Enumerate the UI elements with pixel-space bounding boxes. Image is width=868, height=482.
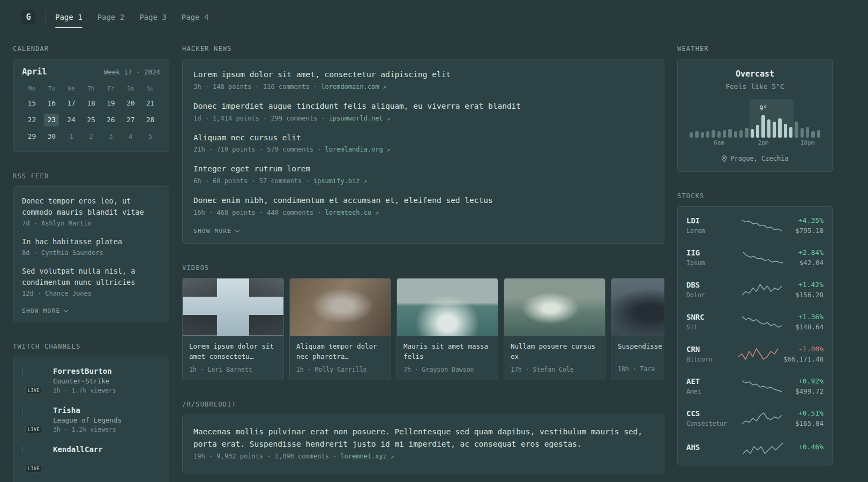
weather-card: Overcast Feels like 5°C 9° 6am 2pm 10pm … (677, 59, 833, 172)
hn-item-domain-link[interactable]: loremdomain.com (321, 83, 379, 91)
hn-item: Integer eget rutrum lorem 6h · 60 points… (193, 163, 653, 185)
tab-page-4[interactable]: Page 4 (182, 10, 209, 25)
stock-row[interactable]: IIG Ipsum +2.84% $42.04 (686, 242, 824, 274)
top-nav: G Page 1 Page 2 Page 3 Page 4 (0, 0, 868, 34)
calendar-day-next-month: 5 (143, 130, 158, 143)
stock-symbol: CCS (686, 409, 736, 418)
video-meta: 17h · Stefan Cole (511, 366, 598, 373)
weekday-header: We (62, 85, 81, 93)
rss-show-more-button[interactable]: SHOW MORE (22, 306, 68, 315)
twitch-channel-row[interactable]: LIVE ForrestBurton Counter-Strike 1h · 1… (22, 367, 160, 394)
channel-name: KendallCarr (53, 445, 103, 454)
calendar-day: 25 (84, 114, 99, 126)
hn-item-title[interactable]: Lorem ipsum dolor sit amet, consectetur … (193, 69, 653, 81)
video-title[interactable]: Mauris sit amet massa felis (403, 341, 491, 362)
video-card-body: Mauris sit amet massa felis 7h · Grayson… (397, 336, 498, 380)
calendar-month: April (22, 67, 47, 77)
video-card-body: Lorem ipsum dolor sit amet consectetu… 1… (183, 336, 283, 380)
stock-change: -1.00% (783, 345, 824, 353)
stock-row[interactable]: SNRC Sit +1.36% $148.64 (686, 306, 824, 338)
video-meta: 18h · Tara (618, 365, 664, 373)
video-card[interactable]: Lorem ipsum dolor sit amet consectetu… 1… (182, 278, 284, 380)
hn-item-stats: 21h · 710 points · 579 comments · (193, 146, 321, 153)
subreddit-post-domain-link[interactable]: loremnet.xyz (340, 453, 387, 460)
hn-show-more-button[interactable]: SHOW MORE (193, 227, 239, 236)
live-badge: LIVE (25, 426, 42, 433)
weekday-header: Th (81, 85, 101, 93)
video-card[interactable]: Suspendisse diam 18h · Tara (611, 278, 664, 380)
channel-viewers: 1h · 1.7k viewers (53, 387, 116, 394)
weather-bar (690, 132, 693, 138)
weekday-header: Tu (42, 85, 62, 93)
stock-price: $148.64 (795, 323, 824, 331)
weather-bar (734, 131, 737, 138)
stock-sparkline (743, 441, 783, 455)
weather-bar (811, 131, 814, 138)
calendar-header: April Week 17 · 2024 (22, 67, 160, 77)
video-thumbnail[interactable] (504, 278, 605, 336)
video-thumbnail[interactable] (397, 278, 498, 336)
subreddit-post-title[interactable]: Maecenas mollis pulvinar erat non posuer… (193, 426, 653, 450)
stock-row[interactable]: LDI Lorem +4.35% $795.18 (686, 209, 824, 242)
videos-widget-title: VIDEOS (182, 264, 664, 272)
stock-row[interactable]: CRN Bitcorn -1.00% $66,171.48 (686, 338, 824, 370)
video-thumbnail[interactable] (290, 278, 391, 336)
hn-item-domain-link[interactable]: loremlandia.org (325, 146, 383, 153)
weather-location: Prague, Czechia (721, 155, 788, 162)
calendar-day: 16 (44, 97, 59, 110)
hn-item-domain-link[interactable]: ipsumify.biz (313, 177, 360, 185)
video-thumbnail[interactable] (611, 278, 664, 336)
tab-page-2[interactable]: Page 2 (98, 10, 125, 25)
stock-row[interactable]: AET Amet +0.92% $499.72 (686, 370, 824, 402)
external-link-icon: ↗ (375, 209, 379, 216)
stock-row[interactable]: CCS Consectetur +0.51% $165.84 (686, 402, 824, 434)
stock-sparkline (738, 347, 778, 361)
app-logo[interactable]: G (21, 10, 35, 24)
rss-item-title[interactable]: In hac habitasse platea (22, 236, 160, 247)
external-link-icon: ↗ (387, 146, 391, 153)
video-card[interactable]: Mauris sit amet massa felis 7h · Grayson… (396, 278, 498, 380)
subreddit-card: Maecenas mollis pulvinar erat non posuer… (182, 415, 664, 473)
stock-symbol: DBS (686, 281, 736, 289)
channel-info: KendallCarr (53, 445, 103, 455)
video-card[interactable]: Nullam posuere cursus ex 17h · Stefan Co… (504, 278, 605, 380)
stock-symbol: IIG (686, 248, 736, 257)
weather-bar (800, 128, 804, 138)
stock-change: +0.46% (798, 443, 824, 451)
stock-values: +2.84% $42.04 (798, 248, 824, 267)
video-card[interactable]: Aliquam tempor dolor nec pharetra… 1h · … (289, 278, 391, 380)
hn-item-title[interactable]: Integer eget rutrum lorem (193, 163, 653, 175)
stock-row[interactable]: DBS Dolor +1.42% $156.28 (686, 274, 824, 306)
rss-item: Sed volutpat nulla nisl, a condimentum n… (22, 266, 160, 297)
twitch-channel-row[interactable]: LIVE KendallCarr (22, 445, 160, 469)
video-title[interactable]: Nullam posuere cursus ex (511, 341, 598, 362)
weekday-header: Fr (101, 85, 121, 93)
video-title[interactable]: Lorem ipsum dolor sit amet consectetu… (189, 341, 277, 362)
rss-item-title[interactable]: Donec tempor eros leo, ut commodo mauris… (22, 195, 160, 218)
twitch-card: LIVE ForrestBurton Counter-Strike 1h · 1… (13, 357, 169, 482)
page-tabs: Page 1 Page 2 Page 3 Page 4 (55, 10, 208, 25)
video-title[interactable]: Suspendisse diam (618, 341, 664, 362)
stocks-widget: STOCKS LDI Lorem +4.35% $795.18 IIG (677, 192, 833, 465)
stock-id: SNRC Sit (686, 313, 736, 331)
channel-info: Trisha League of Legends 3h · 1.2k viewe… (53, 406, 122, 433)
rss-item-title[interactable]: Sed volutpat nulla nisl, a condimentum n… (22, 266, 160, 288)
hn-item-stats: 16h · 468 points · 440 comments · (193, 209, 321, 216)
channel-game: Counter-Strike (53, 377, 116, 385)
hn-item-title[interactable]: Donec imperdiet augue tincidunt felis al… (193, 101, 653, 112)
video-title[interactable]: Aliquam tempor dolor nec pharetra… (296, 341, 384, 362)
rss-item: Donec tempor eros leo, ut commodo mauris… (22, 195, 160, 227)
tab-page-1[interactable]: Page 1 (55, 10, 83, 25)
hn-item-domain-link[interactable]: ipsumworld.net (329, 115, 383, 122)
hn-item-domain-link[interactable]: loremtech.co (325, 209, 371, 216)
twitch-channel-row[interactable]: LIVE Trisha League of Legends 3h · 1.2k … (22, 406, 160, 433)
hacker-news-card: Lorem ipsum dolor sit amet, consectetur … (182, 59, 664, 244)
stock-change: +1.42% (795, 281, 824, 289)
hn-item-title[interactable]: Aliquam nec cursus elit (193, 132, 653, 144)
stock-price: $66,171.48 (783, 355, 824, 363)
tab-page-3[interactable]: Page 3 (139, 10, 167, 25)
video-thumbnail[interactable] (183, 278, 283, 336)
external-link-icon: ↗ (383, 84, 387, 91)
stock-row[interactable]: AHS +0.46% (686, 434, 824, 462)
hn-item-title[interactable]: Donec enim nibh, condimentum et accumsan… (193, 195, 653, 207)
